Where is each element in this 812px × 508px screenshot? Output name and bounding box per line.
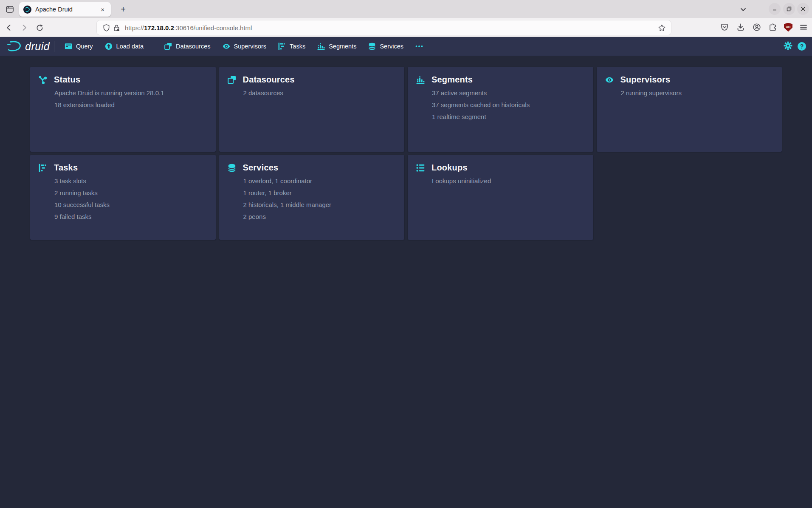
tab-close-icon[interactable]: ×	[99, 5, 107, 14]
card-services[interactable]: Services 1 overlord, 1 coordinator 1 rou…	[219, 155, 405, 240]
reload-icon[interactable]	[34, 22, 45, 33]
tab-title: Apache Druid	[35, 6, 99, 13]
nav-right-icons: ?	[784, 41, 806, 52]
card-line: 2 historicals, 1 middle manager	[243, 199, 332, 211]
card-title: Datasources	[243, 75, 295, 85]
nav-item-label: Supervisors	[234, 43, 267, 50]
properties-list-icon	[416, 164, 425, 172]
card-datasources[interactable]: Datasources 2 datasources	[219, 67, 405, 152]
nav-divider	[54, 41, 54, 52]
card-line: 37 segments cached on historicals	[432, 99, 530, 111]
lock-warning-icon[interactable]	[111, 23, 121, 33]
browser-tabstrip: Apache Druid × +	[0, 0, 812, 18]
console-home: Status Apache Druid is running version 2…	[0, 56, 812, 508]
nav-item-label: Services	[380, 43, 403, 50]
card-title: Status	[54, 75, 80, 85]
nav-more-button[interactable]	[409, 37, 429, 56]
card-supervisors[interactable]: Supervisors 2 running supervisors	[597, 67, 782, 152]
downloads-icon[interactable]	[736, 22, 746, 32]
help-icon[interactable]: ?	[798, 42, 806, 51]
database-icon	[368, 43, 376, 50]
card-body: 37 active segments 37 segments cached on…	[432, 87, 530, 123]
multi-select-icon	[228, 76, 236, 84]
card-title: Segments	[431, 75, 473, 85]
ublock-label: uO	[784, 23, 792, 32]
new-tab-button[interactable]: +	[117, 3, 129, 15]
card-line: 2 running supervisors	[621, 87, 682, 99]
bar-chart-icon	[416, 76, 425, 84]
card-line: 3 task slots	[54, 175, 110, 187]
card-line: 2 datasources	[243, 87, 283, 99]
card-segments[interactable]: Segments 37 active segments 37 segments …	[408, 67, 593, 152]
url-path: :30616/unified-console.html	[174, 24, 252, 31]
menu-hamburger-icon[interactable]	[798, 22, 809, 32]
gantt-chart-icon	[39, 164, 47, 172]
status-cards-grid: Status Apache Druid is running version 2…	[30, 67, 782, 240]
window-close-button[interactable]	[797, 3, 809, 15]
card-line: 2 peons	[243, 211, 332, 223]
settings-gear-icon[interactable]	[784, 41, 792, 52]
card-line: 1 router, 1 broker	[243, 187, 332, 199]
card-body: 1 overlord, 1 coordinator 1 router, 1 br…	[243, 175, 332, 223]
nav-item-supervisors[interactable]: Supervisors	[217, 37, 273, 56]
card-body: 3 task slots 2 running tasks 10 successf…	[54, 175, 110, 223]
extensions-puzzle-icon[interactable]	[768, 22, 778, 32]
nav-item-segments[interactable]: Segments	[311, 37, 362, 56]
card-title: Tasks	[54, 163, 78, 173]
card-tasks[interactable]: Tasks 3 task slots 2 running tasks 10 su…	[30, 155, 216, 240]
ublock-origin-icon[interactable]: uO	[784, 23, 792, 32]
nav-divider	[154, 41, 154, 52]
more-ellipsis-icon	[415, 43, 423, 50]
druid-logo-icon	[7, 40, 22, 52]
card-title: Lookups	[431, 163, 468, 173]
bookmark-star-icon[interactable]	[657, 23, 667, 33]
pocket-icon[interactable]	[719, 22, 730, 32]
card-body: 2 datasources	[243, 87, 283, 99]
nav-item-label: Datasources	[176, 43, 210, 50]
url-bar[interactable]: https://172.18.0.2:30616/unified-console…	[97, 20, 671, 35]
card-lookups[interactable]: Lookups Lookups uninitialized	[408, 155, 593, 240]
list-tabs-chevron-icon[interactable]	[738, 4, 748, 14]
url-host: 172.18.0.2	[144, 24, 174, 31]
card-body: Apache Druid is running version 28.0.1 1…	[54, 87, 164, 111]
window-restore-button[interactable]	[783, 3, 795, 15]
card-line: Apache Druid is running version 28.0.1	[54, 87, 164, 99]
graph-icon	[39, 76, 47, 84]
firefox-view-icon[interactable]	[5, 5, 14, 14]
druid-logo[interactable]: druid	[7, 40, 50, 53]
card-body: Lookups uninitialized	[432, 175, 491, 187]
database-icon	[228, 164, 236, 172]
nav-item-label: Query	[76, 43, 93, 50]
browser-tab-active[interactable]: Apache Druid ×	[19, 2, 111, 17]
nav-item-label: Segments	[329, 43, 356, 50]
window-minimize-button[interactable]	[769, 3, 781, 15]
url-scheme: https://	[125, 24, 144, 31]
forward-icon[interactable]	[19, 22, 30, 33]
brand-name: druid	[25, 40, 50, 53]
back-icon[interactable]	[3, 22, 14, 33]
upload-circle-icon	[105, 43, 113, 50]
nav-item-query[interactable]: Query	[59, 37, 99, 56]
toolbar-right-icons: uO	[719, 22, 809, 32]
nav-item-tasks[interactable]: Tasks	[272, 37, 311, 56]
card-line: 2 running tasks	[54, 187, 110, 199]
nav-item-datasources[interactable]: Datasources	[158, 37, 216, 56]
bar-chart-icon	[317, 43, 325, 50]
url-text[interactable]: https://172.18.0.2:30616/unified-console…	[125, 24, 657, 31]
screen: Apache Druid × +	[0, 0, 812, 508]
account-icon[interactable]	[752, 22, 762, 32]
card-line: 37 active segments	[432, 87, 530, 99]
card-title: Services	[243, 163, 279, 173]
nav-item-label: Tasks	[290, 43, 305, 50]
eye-icon	[223, 43, 230, 50]
card-title: Supervisors	[620, 75, 671, 85]
nav-item-services[interactable]: Services	[362, 37, 409, 56]
shield-permissions-icon[interactable]	[101, 23, 111, 33]
card-line: 1 realtime segment	[432, 111, 530, 123]
nav-item-load-data[interactable]: Load data	[99, 37, 150, 56]
application-icon	[65, 43, 72, 50]
multi-select-icon	[164, 43, 172, 50]
card-status[interactable]: Status Apache Druid is running version 2…	[30, 67, 216, 152]
card-body: 2 running supervisors	[621, 87, 682, 99]
nav-item-label: Load data	[116, 43, 144, 50]
